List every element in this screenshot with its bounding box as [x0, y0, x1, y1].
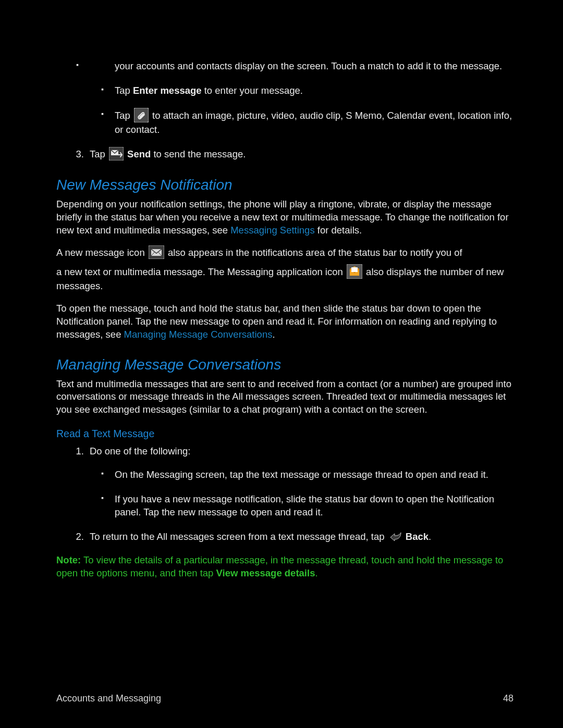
paragraph: Depending on your notification settings,… — [56, 198, 514, 237]
paragraph: your accounts and contacts display on th… — [90, 60, 514, 73]
text: A new message icon — [56, 247, 148, 258]
note-label: Note: — [56, 554, 81, 565]
paragraph: To open the message, touch and hold the … — [56, 302, 514, 341]
send-icon — [109, 147, 124, 161]
link-messaging-settings[interactable]: Messaging Settings — [230, 225, 314, 236]
text: . — [315, 567, 317, 578]
list-item: Tap Enter message to enter your message. — [112, 84, 514, 97]
paragraph: A new message icon also appears in the n… — [56, 246, 514, 260]
list-item: To return to the All messages screen fro… — [87, 530, 514, 544]
message-envelope-icon — [149, 245, 164, 259]
heading-managing-conversations: Managing Message Conversations — [56, 355, 514, 375]
heading-new-messages: New Messages Notification — [56, 175, 514, 195]
link-managing-conversations[interactable]: Managing Message Conversations — [124, 329, 273, 340]
text: . — [272, 329, 275, 340]
text: Tap — [90, 149, 108, 159]
text: a new text or multimedia message. The Me… — [56, 266, 346, 277]
list-item: Tap to attach an image, picture, video, … — [112, 109, 514, 137]
text: to send the message. — [151, 149, 246, 159]
text-bold: Enter message — [133, 85, 202, 96]
text-bold: View message details — [216, 567, 315, 578]
list-item: Tap Send to send the message. — [87, 148, 514, 162]
back-icon — [388, 531, 402, 541]
page-footer: Accounts and Messaging 48 — [56, 692, 513, 705]
text: to attach an image, picture, video, audi… — [115, 110, 512, 135]
messaging-app-icon — [347, 264, 362, 279]
attachment-icon — [134, 108, 149, 122]
text: Tap — [115, 85, 133, 96]
text: To return to the All messages screen fro… — [90, 531, 387, 542]
footer-section: Accounts and Messaging — [56, 693, 161, 704]
document-page: your accounts and contacts display on th… — [0, 0, 563, 728]
text: Do one of the following: — [90, 446, 190, 456]
page-number: 48 — [503, 692, 513, 705]
list-item: If you have a new message notification, … — [112, 493, 514, 519]
text: for details. — [315, 225, 362, 236]
text: also appears in the notifications area o… — [168, 247, 462, 258]
text: To open the message, touch and hold the … — [56, 303, 497, 340]
paragraph: Text and multimedia messages that are se… — [56, 378, 514, 417]
body-text: your accounts and contacts display on th… — [56, 60, 514, 73]
svg-rect-6 — [351, 267, 358, 272]
text: to enter your message. — [202, 85, 303, 96]
text-bold: Back — [403, 531, 429, 542]
note: Note: To view the details of a particula… — [56, 554, 514, 580]
text: Tap — [115, 110, 133, 121]
paragraph: a new text or multimedia message. The Me… — [56, 265, 514, 293]
list-item: On the Messaging screen, tap the text me… — [112, 468, 514, 482]
list-item: Do one of the following: On the Messagin… — [87, 445, 514, 519]
text: . — [429, 531, 431, 542]
subheading-read-text: Read a Text Message — [56, 427, 514, 440]
text-bold: Send — [125, 149, 151, 159]
